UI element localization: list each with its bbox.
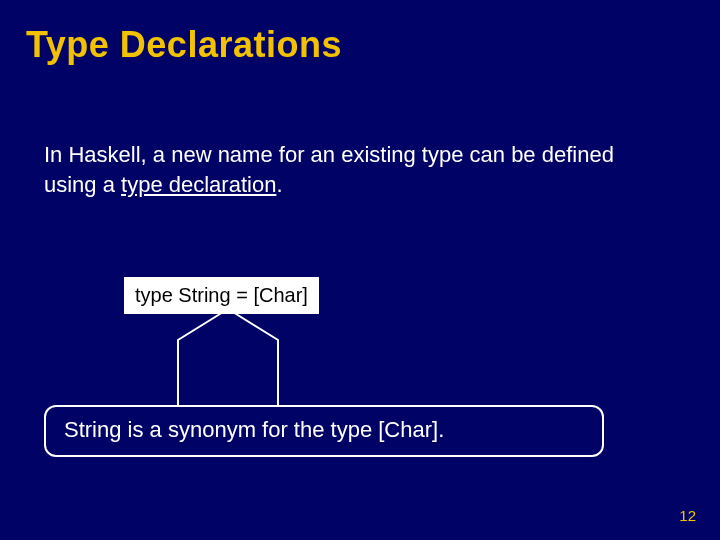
slide-title: Type Declarations: [26, 24, 342, 66]
code-box: type String = [Char]: [124, 277, 319, 314]
slide: Type Declarations In Haskell, a new name…: [0, 0, 720, 540]
body-text-suffix: .: [276, 172, 282, 197]
callout-connector: [0, 0, 720, 540]
body-text: In Haskell, a new name for an existing t…: [44, 140, 644, 199]
body-text-underlined: type declaration: [121, 172, 276, 197]
page-number: 12: [679, 507, 696, 524]
callout-box: String is a synonym for the type [Char].: [44, 405, 604, 457]
